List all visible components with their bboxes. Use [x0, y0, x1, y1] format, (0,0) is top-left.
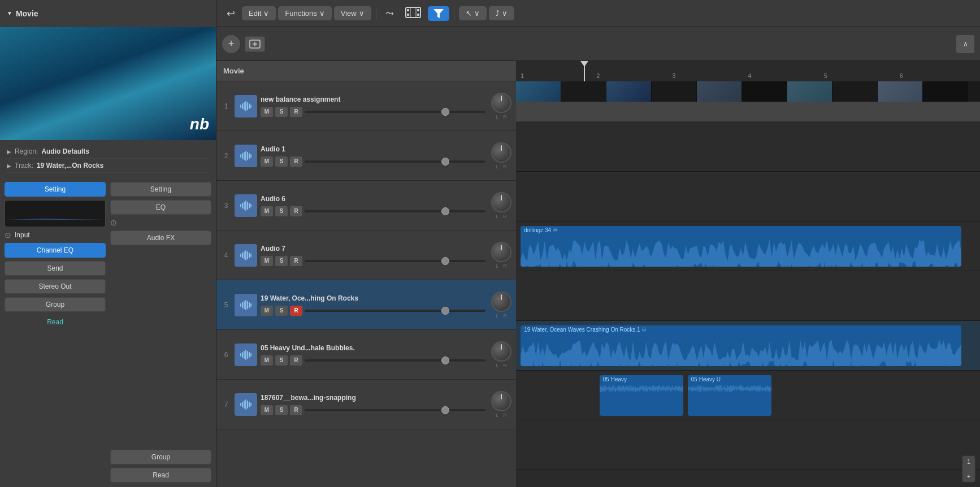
filmstrip-row: [516, 81, 980, 102]
solo-button[interactable]: S: [275, 107, 288, 117]
volume-slider[interactable]: [305, 260, 485, 262]
read-button-left[interactable]: Read: [5, 315, 106, 329]
solo-button[interactable]: S: [275, 405, 288, 415]
volume-slider[interactable]: [305, 359, 485, 362]
scroll-indicator[interactable]: 1 +: [962, 455, 975, 482]
add-track-button[interactable]: [245, 36, 265, 52]
track-row[interactable]: 4 Audio 7 M S R L R: [216, 231, 516, 280]
svg-rect-0: [406, 7, 420, 18]
track-knob[interactable]: [491, 292, 511, 312]
audio-clip[interactable]: 05 Heavy U: [688, 375, 771, 416]
collapse-button[interactable]: ∧: [956, 35, 974, 53]
track-row[interactable]: 6 05 Heavy Und...hale Bubbles. M S R L R: [216, 330, 516, 380]
rec-button[interactable]: R: [290, 206, 302, 216]
mute-button[interactable]: M: [261, 306, 273, 316]
clip-label: drillingz.34 ♾: [521, 226, 961, 234]
volume-knob: [441, 406, 449, 414]
svg-rect-2: [407, 14, 409, 16]
mute-button[interactable]: M: [261, 156, 273, 167]
midi-icon-button[interactable]: ⤳: [381, 5, 398, 23]
waveform-icon: [240, 201, 251, 211]
functions-menu-button[interactable]: Functions ∨: [278, 6, 331, 20]
waveform-icon: [240, 101, 251, 111]
read-button-right[interactable]: Read: [110, 468, 211, 482]
curve-tool-button[interactable]: ⤴ ∨: [489, 6, 514, 20]
track-controls: M S R: [261, 355, 485, 366]
track-value: 19 Water,...On Rocks: [37, 162, 103, 169]
setting-button-right[interactable]: Setting: [110, 182, 211, 197]
add-button[interactable]: +: [222, 35, 240, 53]
l-label: L: [496, 114, 498, 120]
solo-button[interactable]: S: [275, 256, 288, 266]
pointer-icon: ↖: [466, 9, 472, 18]
track-knob[interactable]: [491, 192, 511, 212]
stereo-out-button[interactable]: Stereo Out: [5, 279, 106, 294]
volume-knob: [441, 158, 449, 166]
solo-button[interactable]: S: [275, 156, 288, 167]
l-label: L: [496, 363, 498, 368]
group-button-left[interactable]: Group: [5, 297, 106, 312]
audio-clip[interactable]: drillingz.34 ♾: [521, 226, 961, 267]
clip-waveform: [521, 334, 961, 366]
rec-button[interactable]: R: [290, 256, 302, 266]
track-knob[interactable]: [491, 242, 511, 262]
solo-button[interactable]: S: [275, 206, 288, 216]
mute-button[interactable]: M: [261, 206, 273, 216]
volume-slider[interactable]: [305, 210, 485, 212]
edit-menu-button[interactable]: Edit ∨: [242, 6, 276, 20]
track-row[interactable]: 5 19 Water, Oce...hing On Rocks M S R L …: [216, 280, 516, 330]
svg-marker-7: [433, 9, 444, 18]
solo-button[interactable]: S: [275, 306, 288, 316]
mute-button[interactable]: M: [261, 107, 273, 117]
r-label: R: [503, 412, 507, 418]
track-name: 05 Heavy Und...hale Bubbles.: [261, 344, 485, 352]
rec-button[interactable]: R: [290, 306, 302, 316]
undo-button[interactable]: ↩: [222, 5, 240, 23]
track-row[interactable]: 7 187607__bewa...ing-snapping M S R L R: [216, 380, 516, 429]
send-button[interactable]: Send: [5, 261, 106, 276]
rec-button[interactable]: R: [290, 156, 302, 167]
track-knob[interactable]: [491, 142, 511, 163]
film-frame-1: [516, 81, 561, 102]
track-row[interactable]: 2 Audio 1 M S R L R: [216, 131, 516, 181]
l-label: L: [496, 164, 498, 169]
l-label: L: [496, 313, 498, 319]
rec-button[interactable]: R: [290, 107, 302, 117]
track-row[interactable]: 3 Audio 6 M S R L R: [216, 181, 516, 231]
volume-slider[interactable]: [305, 409, 485, 411]
waveform-icon: [240, 151, 251, 161]
mute-button[interactable]: M: [261, 256, 273, 266]
mute-button[interactable]: M: [261, 405, 273, 415]
timeline-movie-spacer: [516, 102, 980, 122]
audio-clip[interactable]: 19 Water, Ocean Waves Crashing On Rocks.…: [521, 325, 961, 366]
track-knob[interactable]: [491, 341, 511, 362]
track-knob[interactable]: [491, 391, 511, 411]
track-number: 4: [221, 251, 231, 259]
waveform-icon: [240, 350, 251, 360]
volume-slider[interactable]: [305, 310, 485, 312]
track-number: 1: [221, 102, 231, 110]
audio-clip[interactable]: 05 Heavy: [600, 375, 683, 416]
volume-slider[interactable]: [305, 160, 485, 163]
volume-knob: [441, 108, 449, 116]
track-controls: M S R: [261, 107, 485, 117]
view-menu-button[interactable]: View ∨: [334, 6, 371, 20]
mute-button[interactable]: M: [261, 355, 273, 366]
track-knob[interactable]: [491, 93, 511, 113]
pointer-tool-button[interactable]: ↖ ∨: [459, 6, 487, 20]
channel-eq-button[interactable]: Channel EQ: [5, 243, 106, 258]
audio-fx-button[interactable]: Audio FX: [110, 231, 211, 245]
rec-button[interactable]: R: [290, 405, 302, 415]
film-icon-button[interactable]: [401, 3, 426, 24]
track-row[interactable]: 1 new balance assignment M S R L R: [216, 81, 516, 131]
film-frame-8: [832, 81, 878, 102]
solo-button[interactable]: S: [275, 355, 288, 366]
volume-slider[interactable]: [305, 111, 485, 113]
setting-button-left[interactable]: Setting: [5, 182, 106, 197]
group-button-right[interactable]: Group: [110, 450, 211, 464]
rec-button[interactable]: R: [290, 355, 302, 366]
filter-button[interactable]: [428, 6, 449, 21]
track-info: 05 Heavy Und...hale Bubbles. M S R: [261, 344, 485, 366]
eq-button-right[interactable]: EQ: [110, 200, 211, 215]
track-row-inspector: ▶ Track: 19 Water,...On Rocks: [7, 159, 209, 173]
